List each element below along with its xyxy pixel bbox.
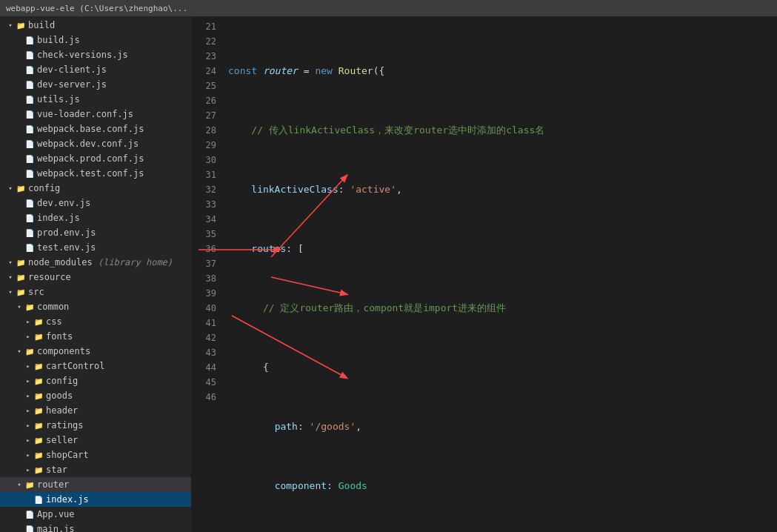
label: index.js xyxy=(37,213,80,223)
sidebar-item-components[interactable]: ▾ 📁 components xyxy=(0,344,191,359)
folder-icon-cart: 📁 xyxy=(33,360,44,372)
js-icon: 📄 xyxy=(24,93,36,105)
line-num-45: 45 xyxy=(191,375,216,390)
js-icon: 📄 xyxy=(24,212,36,224)
sidebar-item-build-js[interactable]: 📄 build.js xyxy=(0,33,191,47)
line-num-32: 32 xyxy=(191,182,216,197)
code-content[interactable]: const router = new Router({ // 传入linkAct… xyxy=(222,16,777,532)
sidebar-item-dev-client[interactable]: 📄 dev-client.js xyxy=(0,62,191,77)
label-router-index: index.js xyxy=(46,494,89,505)
folder-icon-seller: 📁 xyxy=(33,434,44,446)
sidebar-item-resource[interactable]: ▾ 📁 resource xyxy=(0,270,191,285)
line-num-33: 33 xyxy=(191,197,216,212)
main-layout: ▾ 📁 build 📄 build.js 📄 check-versions.js… xyxy=(0,16,777,532)
sidebar-item-src[interactable]: ▾ 📁 src xyxy=(0,285,191,299)
arrow-config: ▾ xyxy=(6,184,15,192)
line-num-38: 38 xyxy=(191,271,216,286)
js-icon: 📄 xyxy=(24,123,36,135)
line-num-37: 37 xyxy=(191,256,216,271)
arrow-resource: ▾ xyxy=(6,273,15,281)
sidebar-item-config-index[interactable]: 📄 index.js xyxy=(0,210,191,225)
sidebar-item-fonts[interactable]: ▸ 📁 fonts xyxy=(0,329,191,344)
label: dev-server.js xyxy=(37,79,107,90)
arrow-cart: ▸ xyxy=(24,362,33,370)
file-explorer[interactable]: ▾ 📁 build 📄 build.js 📄 check-versions.js… xyxy=(0,16,191,532)
line-num-35: 35 xyxy=(191,227,216,242)
sidebar-item-router-index[interactable]: 📄 index.js xyxy=(0,492,191,507)
arrow-build: ▾ xyxy=(6,21,15,29)
sidebar-item-app-vue[interactable]: 📄 App.vue xyxy=(0,507,191,522)
label-goods: goods xyxy=(46,390,73,401)
code-line-24: routes: [ xyxy=(228,242,777,256)
code-line-28: component: Goods xyxy=(228,479,777,493)
sidebar-item-prod-env[interactable]: 📄 prod.env.js xyxy=(0,225,191,240)
sidebar-item-node-modules[interactable]: ▾ 📁 node_modules (library home) xyxy=(0,255,191,270)
line-num-44: 44 xyxy=(191,360,216,375)
label-comp-config: config xyxy=(46,376,78,386)
arrow-star: ▸ xyxy=(24,466,33,473)
sidebar-item-test-env[interactable]: 📄 test.env.js xyxy=(0,240,191,255)
folder-icon-header: 📁 xyxy=(33,405,44,416)
line-numbers: 21 22 23 24 25 26 27 28 29 30 31 32 33 3… xyxy=(191,16,222,532)
sidebar-item-webpack-test[interactable]: 📄 webpack.test.conf.js xyxy=(0,166,191,181)
sidebar-item-config[interactable]: ▾ 📁 config xyxy=(0,181,191,196)
folder-icon-router: 📁 xyxy=(24,479,36,491)
title-text: webapp-vue-ele (C:\Users\zhenghao\... xyxy=(6,4,187,13)
label-common: common xyxy=(37,302,69,312)
js-icon: 📄 xyxy=(24,197,36,209)
js-icon: 📄 xyxy=(24,227,36,239)
sidebar-item-vue-loader[interactable]: 📄 vue-loader.conf.js xyxy=(0,107,191,122)
sidebar-item-header[interactable]: ▸ 📁 header xyxy=(0,403,191,418)
label-node: node_modules xyxy=(28,257,93,267)
sidebar-item-ratings[interactable]: ▸ 📁 ratings xyxy=(0,418,191,433)
sidebar-item-build[interactable]: ▾ 📁 build xyxy=(0,18,191,33)
sidebar-item-goods[interactable]: ▸ 📁 goods xyxy=(0,388,191,403)
label-ratings: ratings xyxy=(46,420,84,430)
js-icon: 📄 xyxy=(24,153,36,164)
line-num-25: 25 xyxy=(191,79,216,93)
node-modules-extra: (library home) xyxy=(93,257,173,267)
arrow-src: ▾ xyxy=(6,288,15,296)
sidebar-item-comp-config[interactable]: ▸ 📁 config xyxy=(0,373,191,388)
sidebar-item-seller[interactable]: ▸ 📁 seller xyxy=(0,433,191,448)
sidebar-item-dev-server[interactable]: 📄 dev-server.js xyxy=(0,77,191,92)
sidebar-item-webpack-base[interactable]: 📄 webpack.base.conf.js xyxy=(0,122,191,136)
sidebar-item-cart-control[interactable]: ▸ 📁 cartControl xyxy=(0,359,191,373)
folder-icon-goods: 📁 xyxy=(33,390,44,402)
folder-icon-css: 📁 xyxy=(33,316,44,327)
arrow-ratings: ▸ xyxy=(24,422,33,429)
sidebar-item-star[interactable]: ▸ 📁 star xyxy=(0,462,191,477)
sidebar-item-shopCart[interactable]: ▸ 📁 shopCart xyxy=(0,448,191,462)
sidebar-item-webpack-prod[interactable]: 📄 webpack.prod.conf.js xyxy=(0,151,191,166)
label: check-versions.js xyxy=(37,50,128,60)
sidebar-item-router[interactable]: ▾ 📁 router xyxy=(0,477,191,492)
code-editor[interactable]: 21 22 23 24 25 26 27 28 29 30 31 32 33 3… xyxy=(191,16,777,532)
label-components: components xyxy=(37,346,90,356)
vue-icon: 📄 xyxy=(24,508,36,520)
label-build: build xyxy=(28,20,55,30)
arrow-node: ▾ xyxy=(6,259,15,266)
label: build.js xyxy=(37,35,80,45)
line-num-39: 39 xyxy=(191,286,216,301)
label: webpack.dev.conf.js xyxy=(37,139,139,149)
line-num-34: 34 xyxy=(191,212,216,227)
sidebar-item-webpack-dev[interactable]: 📄 webpack.dev.conf.js xyxy=(0,136,191,151)
sidebar-item-check-versions[interactable]: 📄 check-versions.js xyxy=(0,47,191,62)
folder-icon-components: 📁 xyxy=(24,345,36,357)
sidebar-item-main-js[interactable]: 📄 main.js xyxy=(0,522,191,532)
js-icon: 📄 xyxy=(24,167,36,179)
folder-icon-resource: 📁 xyxy=(15,271,27,283)
arrow-seller: ▸ xyxy=(24,436,33,444)
line-num-26: 26 xyxy=(191,93,216,108)
line-num-40: 40 xyxy=(191,301,216,316)
folder-icon-node: 📁 xyxy=(15,256,27,268)
sidebar-item-dev-env[interactable]: 📄 dev.env.js xyxy=(0,196,191,210)
label-shopCart: shopCart xyxy=(46,450,89,460)
arrow-components: ▾ xyxy=(15,348,24,355)
label-config: config xyxy=(28,183,60,193)
sidebar-item-common[interactable]: ▾ 📁 common xyxy=(0,299,191,314)
code-line-22: // 传入linkActiveClass，来改变router选中时添加的clas… xyxy=(228,123,777,138)
sidebar-item-utils[interactable]: 📄 utils.js xyxy=(0,92,191,107)
sidebar-item-css[interactable]: ▸ 📁 css xyxy=(0,314,191,329)
arrow-common: ▾ xyxy=(15,303,24,310)
